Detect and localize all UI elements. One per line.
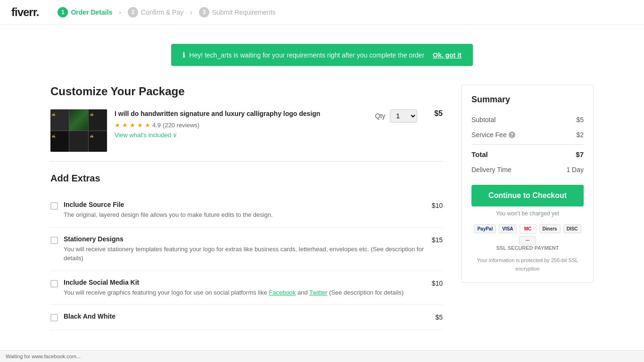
fiverr-logo: fiverr. [11, 6, 39, 19]
no-charge-text: You won't be charged yet [471, 210, 584, 217]
notification-banner: ℹ Hey! tech_arts is waiting for your req… [171, 44, 472, 66]
collage-6: ✍ [89, 131, 107, 152]
product-price: $5 [434, 109, 443, 118]
extra-1-desc: The original, layered design file allows… [64, 210, 426, 220]
extra-item-2: Stationery Designs You will receive stat… [50, 228, 443, 271]
quantity-section: Qty 1 2 3 [375, 109, 417, 123]
star-5: ★ [145, 122, 150, 129]
delivery-label: Delivery Time [471, 166, 512, 173]
star-4: ★ [137, 122, 143, 129]
view-included-link[interactable]: View what's included ∨ [115, 132, 367, 139]
review-count: (220 reviews) [163, 122, 199, 129]
extra-1-content: Include Source File The original, layere… [64, 201, 426, 220]
star-3: ★ [130, 122, 135, 129]
main-container: Customize Your Package ✍ ✍ ✍ ✍ I will do… [39, 75, 605, 330]
service-fee-label: Service Fee ? [471, 131, 515, 139]
sidebar: Summary Subtotal $5 Service Fee ? $2 Tot… [462, 75, 594, 330]
star-1: ★ [115, 122, 120, 129]
extra-3-content: Include Social Media Kit You will receiv… [64, 279, 426, 297]
extra-3-checkbox[interactable] [50, 280, 58, 288]
product-info: I will do handwritten signature and luxu… [115, 109, 367, 139]
checkout-button[interactable]: Continue to Checkout [471, 185, 584, 206]
summary-title: Summary [471, 95, 584, 105]
extra-2-content: Stationery Designs You will receive stat… [64, 235, 426, 263]
facebook-link[interactable]: Facebook [269, 289, 296, 296]
extra-4-name: Black And White [64, 313, 429, 320]
extra-1-price: $10 [432, 201, 443, 209]
step-2[interactable]: 2 Confirm & Pay [128, 7, 183, 17]
info-icon: ℹ [182, 50, 185, 59]
step-1-number: 1 [58, 7, 68, 17]
extras-section: Add Extras Include Source File The origi… [50, 173, 443, 330]
page-title: Customize Your Package [50, 85, 443, 98]
extra-4-price: $5 [435, 313, 443, 321]
extra-3-price: $10 [432, 279, 443, 287]
step-1[interactable]: 1 Order Details [58, 7, 112, 17]
step-3[interactable]: 3 Submit Requirements [199, 7, 276, 17]
visa-icon: VISA [499, 224, 516, 233]
payment-icons: PayPal VISA MC Diners DISC ··· [471, 224, 584, 245]
notification-dismiss[interactable]: Ok, got it [433, 51, 462, 59]
step-3-number: 3 [199, 7, 209, 17]
total-row: Total $7 [471, 144, 584, 162]
collage-1: ✍ [50, 109, 69, 131]
paypal-icon: PayPal [474, 224, 496, 233]
collage-3: ✍ [89, 109, 107, 131]
step-1-label: Order Details [71, 8, 112, 16]
header: fiverr. 1 Order Details › 2 Confirm & Pa… [0, 0, 644, 25]
product-row: ✍ ✍ ✍ ✍ I will do handwritten signature … [50, 109, 443, 162]
step-3-label: Submit Requirements [212, 8, 276, 16]
quantity-select[interactable]: 1 2 3 [390, 109, 417, 123]
product-image: ✍ ✍ ✍ ✍ [50, 109, 107, 152]
twitter-link[interactable]: Twitter [309, 289, 327, 296]
subtotal-label: Subtotal [471, 116, 495, 123]
extra-4-checkbox[interactable] [50, 314, 58, 321]
extra-4-content: Black And White [64, 313, 429, 322]
delivery-value: 1 Day [566, 166, 584, 173]
qty-label: Qty [375, 112, 385, 120]
extra-item-1: Include Source File The original, layere… [50, 193, 443, 228]
collage-4: ✍ [50, 131, 69, 152]
extra-2-price: $15 [432, 235, 443, 244]
chevron-down-icon: ∨ [173, 132, 177, 139]
steps-nav: 1 Order Details › 2 Confirm & Pay › 3 Su… [58, 7, 275, 17]
subtotal-value: $5 [576, 116, 584, 123]
product-stars: ★ ★ ★ ★ ★ 4.9 (220 reviews) [115, 122, 367, 129]
extra-2-desc: You will receive stationery templates fe… [64, 245, 426, 263]
total-value: $7 [576, 150, 584, 158]
extras-title: Add Extras [50, 173, 443, 184]
step-2-number: 2 [128, 7, 138, 17]
extra-3-name: Include Social Media Kit [64, 279, 426, 286]
collage-5 [69, 131, 88, 152]
extra-item-4: Black And White $5 [50, 305, 443, 330]
extra-item-3: Include Social Media Kit You will receiv… [50, 271, 443, 305]
total-label: Total [471, 150, 488, 158]
other-payment-icon: ··· [519, 236, 536, 245]
mastercard-icon: MC [520, 224, 537, 233]
content-area: Customize Your Package ✍ ✍ ✍ ✍ I will do… [50, 75, 443, 330]
extra-3-desc: You will receive graphics featuring your… [64, 288, 426, 297]
service-fee-value: $2 [576, 131, 584, 139]
diners-icon: Diners [539, 224, 561, 233]
step-arrow-2: › [190, 8, 192, 16]
discover-icon: DISC [563, 224, 581, 233]
service-fee-row: Service Fee ? $2 [471, 127, 584, 142]
product-title: I will do handwritten signature and luxu… [115, 109, 367, 119]
step-arrow-1: › [119, 8, 121, 16]
extra-1-checkbox[interactable] [50, 202, 58, 210]
collage-2 [69, 109, 88, 131]
ssl-text: Your information is protected by 256-bit… [471, 256, 584, 273]
notification-text: Hey! tech_arts is waiting for your requi… [189, 51, 424, 59]
extra-2-name: Stationery Designs [64, 235, 426, 243]
ssl-title: SSL SECURED PAYMENT [471, 245, 584, 251]
rating-value: 4.9 [152, 122, 161, 129]
delivery-row: Delivery Time 1 Day [471, 162, 584, 177]
service-fee-info-icon[interactable]: ? [509, 132, 515, 138]
step-2-label: Confirm & Pay [141, 8, 183, 16]
summary-box: Summary Subtotal $5 Service Fee ? $2 Tot… [462, 85, 594, 283]
extra-1-name: Include Source File [64, 201, 426, 208]
subtotal-row: Subtotal $5 [471, 112, 584, 127]
star-2: ★ [122, 122, 128, 129]
extra-2-checkbox[interactable] [50, 237, 58, 244]
